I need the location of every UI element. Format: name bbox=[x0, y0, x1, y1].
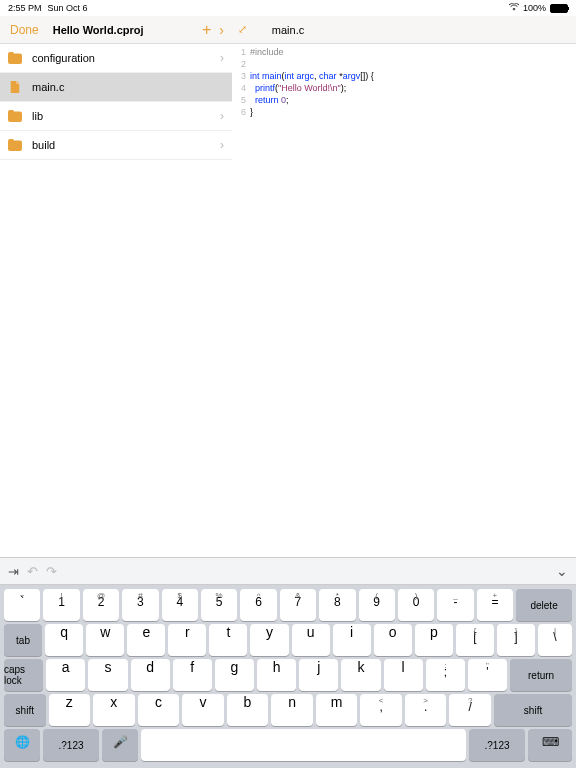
file-item-lib[interactable]: lib› bbox=[0, 102, 232, 131]
return-key[interactable]: return bbox=[510, 659, 572, 691]
key-w[interactable]: w bbox=[86, 624, 124, 656]
add-button[interactable]: + bbox=[202, 21, 211, 39]
keyboard: ~`!1@2#3$4%5^6&7*8(9)0_-+=delete tabqwer… bbox=[0, 585, 576, 768]
file-item-build[interactable]: build› bbox=[0, 131, 232, 160]
key-t[interactable]: t bbox=[209, 624, 247, 656]
key-m[interactable]: m bbox=[316, 694, 358, 726]
key-f[interactable]: f bbox=[173, 659, 212, 691]
key-=[interactable]: += bbox=[477, 589, 513, 621]
key-7[interactable]: &7 bbox=[280, 589, 316, 621]
delete-key[interactable]: delete bbox=[516, 589, 572, 621]
key-/[interactable]: ?/ bbox=[449, 694, 491, 726]
key-v[interactable]: v bbox=[182, 694, 224, 726]
keyboard-toolbar: ⇥ ↶ ↷ ⌄ bbox=[0, 557, 576, 585]
shift-key-right[interactable]: shift bbox=[494, 694, 572, 726]
key-j[interactable]: j bbox=[299, 659, 338, 691]
project-name: Hello World.cproj bbox=[53, 24, 144, 36]
folder-icon bbox=[8, 110, 22, 122]
key-a[interactable]: a bbox=[46, 659, 85, 691]
key-x[interactable]: x bbox=[93, 694, 135, 726]
battery-pct: 100% bbox=[523, 3, 546, 13]
hide-keyboard-key[interactable]: ⌨ bbox=[528, 729, 572, 761]
chevron-right-icon: › bbox=[220, 138, 224, 152]
done-button[interactable]: Done bbox=[10, 23, 39, 37]
undo-icon[interactable]: ↶ bbox=[27, 564, 38, 579]
key-u[interactable]: u bbox=[292, 624, 330, 656]
key-k[interactable]: k bbox=[341, 659, 380, 691]
space-key[interactable] bbox=[141, 729, 466, 761]
folder-icon bbox=[8, 139, 22, 151]
expand-icon[interactable]: ⤢ bbox=[238, 23, 247, 36]
key--[interactable]: _- bbox=[437, 589, 473, 621]
chevron-right-icon: › bbox=[220, 51, 224, 65]
collapse-keyboard-icon[interactable]: ⌄ bbox=[556, 563, 568, 579]
key-e[interactable]: e bbox=[127, 624, 165, 656]
key-8[interactable]: *8 bbox=[319, 589, 355, 621]
line-gutter: 123456 bbox=[232, 46, 250, 539]
wifi-icon bbox=[509, 3, 519, 13]
key-;[interactable]: :; bbox=[426, 659, 465, 691]
status-time: 2:55 PM bbox=[8, 3, 42, 13]
file-sidebar: configuration›main.clib›build› bbox=[0, 44, 232, 539]
key-5[interactable]: %5 bbox=[201, 589, 237, 621]
file-item-main-c[interactable]: main.c bbox=[0, 73, 232, 102]
key-y[interactable]: y bbox=[250, 624, 288, 656]
key-0[interactable]: )0 bbox=[398, 589, 434, 621]
key-p[interactable]: p bbox=[415, 624, 453, 656]
file-item-configuration[interactable]: configuration› bbox=[0, 44, 232, 73]
file-item-label: configuration bbox=[32, 52, 220, 64]
key-`[interactable]: ~` bbox=[4, 589, 40, 621]
toolbar: Done Hello World.cproj + › ⤢ main.c bbox=[0, 16, 576, 44]
key-9[interactable]: (9 bbox=[359, 589, 395, 621]
key-][interactable]: }] bbox=[497, 624, 535, 656]
key-c[interactable]: c bbox=[138, 694, 180, 726]
capslock-key[interactable]: caps lock bbox=[4, 659, 43, 691]
key-i[interactable]: i bbox=[333, 624, 371, 656]
key-r[interactable]: r bbox=[168, 624, 206, 656]
chevron-right-icon: › bbox=[220, 109, 224, 123]
key-z[interactable]: z bbox=[49, 694, 91, 726]
globe-key[interactable]: 🌐 bbox=[4, 729, 40, 761]
key-s[interactable]: s bbox=[88, 659, 127, 691]
file-icon bbox=[8, 81, 22, 93]
numpad-key-right[interactable]: .?123 bbox=[469, 729, 525, 761]
mic-key[interactable]: 🎤 bbox=[102, 729, 138, 761]
key-,[interactable]: <, bbox=[360, 694, 402, 726]
key-2[interactable]: @2 bbox=[83, 589, 119, 621]
key-d[interactable]: d bbox=[131, 659, 170, 691]
key-n[interactable]: n bbox=[271, 694, 313, 726]
key-3[interactable]: #3 bbox=[122, 589, 158, 621]
tab-key-icon[interactable]: ⇥ bbox=[8, 564, 19, 579]
key-.[interactable]: >. bbox=[405, 694, 447, 726]
key-h[interactable]: h bbox=[257, 659, 296, 691]
key-'[interactable]: "' bbox=[468, 659, 507, 691]
status-bar: 2:55 PM Sun Oct 6 100% bbox=[0, 0, 576, 16]
key-1[interactable]: !1 bbox=[43, 589, 79, 621]
nav-right-button[interactable]: › bbox=[219, 22, 224, 38]
key-6[interactable]: ^6 bbox=[240, 589, 276, 621]
code-editor[interactable]: 123456 #include int main(int argc, char … bbox=[232, 44, 576, 539]
redo-icon[interactable]: ↷ bbox=[46, 564, 57, 579]
file-item-label: build bbox=[32, 139, 220, 151]
key-b[interactable]: b bbox=[227, 694, 269, 726]
key-4[interactable]: $4 bbox=[162, 589, 198, 621]
keyboard-panel: ⇥ ↶ ↷ ⌄ ~`!1@2#3$4%5^6&7*8(9)0_-+=delete… bbox=[0, 557, 576, 768]
status-date: Sun Oct 6 bbox=[48, 3, 88, 13]
key-[[interactable]: {[ bbox=[456, 624, 494, 656]
battery-icon bbox=[550, 4, 568, 13]
tab-key[interactable]: tab bbox=[4, 624, 42, 656]
key-g[interactable]: g bbox=[215, 659, 254, 691]
key-backslash[interactable]: |\ bbox=[538, 624, 572, 656]
numpad-key-left[interactable]: .?123 bbox=[43, 729, 99, 761]
code-content[interactable]: #include int main(int argc, char *argv[]… bbox=[250, 46, 576, 539]
folder-icon bbox=[8, 52, 22, 64]
file-item-label: lib bbox=[32, 110, 220, 122]
file-item-label: main.c bbox=[32, 81, 224, 93]
key-l[interactable]: l bbox=[384, 659, 423, 691]
key-q[interactable]: q bbox=[45, 624, 83, 656]
key-o[interactable]: o bbox=[374, 624, 412, 656]
shift-key-left[interactable]: shift bbox=[4, 694, 46, 726]
